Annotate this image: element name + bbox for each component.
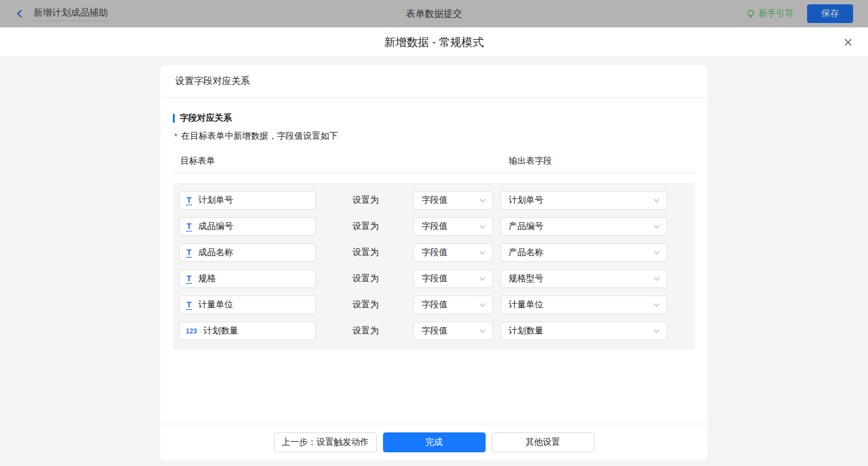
modal-header: 新增数据 - 常规模式 <box>0 27 868 57</box>
target-field-box[interactable]: T 成品名称 <box>179 243 316 262</box>
value-type-select[interactable]: 字段值 <box>413 243 493 262</box>
target-field-name: 计量单位 <box>198 299 233 310</box>
set-as-label: 设置为 <box>353 195 380 206</box>
guide-label: 新手引导 <box>759 8 793 19</box>
top-toolbar: 新增计划成品辅助 表单数据提交 新手引导 保存 <box>0 0 868 27</box>
card-header: 设置字段对应关系 <box>160 65 708 98</box>
modal-title: 新增数据 - 常规模式 <box>384 35 484 50</box>
column-header-target-form: 目标表单 <box>180 156 215 167</box>
value-type-value: 字段值 <box>422 273 448 284</box>
value-type-value: 字段值 <box>422 221 448 232</box>
page-title: 表单数据提交 <box>0 8 868 20</box>
chevron-down-icon <box>479 327 486 335</box>
target-field-box[interactable]: 123 计划数量 <box>179 322 316 340</box>
output-field-value: 计划单号 <box>509 195 543 206</box>
output-field-select[interactable]: 规格型号 <box>501 269 667 288</box>
close-icon <box>843 37 853 47</box>
chevron-down-icon <box>479 249 486 256</box>
text-field-icon: T <box>186 301 192 310</box>
chevron-down-icon <box>653 249 660 256</box>
mapping-row: T 成品名称 设置为 字段值 产品名称 <box>179 243 689 262</box>
chevron-down-icon <box>479 275 486 282</box>
target-field-box[interactable]: T 计划单号 <box>179 191 316 210</box>
target-field-name: 成品编号 <box>198 221 233 232</box>
value-type-select[interactable]: 字段值 <box>413 322 493 340</box>
target-field-box[interactable]: T 计量单位 <box>179 296 316 314</box>
output-field-select[interactable]: 产品名称 <box>501 243 667 262</box>
required-asterisk: * <box>174 131 177 141</box>
output-field-value: 计量单位 <box>509 299 543 310</box>
other-settings-button[interactable]: 其他设置 <box>492 432 594 452</box>
text-field-icon: T <box>186 248 192 258</box>
modal-body: 设置字段对应关系 字段对应关系 * 在目标表单中新增数据，字段值设置如下 目标表… <box>0 65 868 466</box>
mapping-rows-panel: T 计划单号 设置为 字段值 计划单号 T <box>173 183 695 349</box>
chevron-down-icon <box>479 301 486 309</box>
mapping-row: T 规格 设置为 字段值 规格型号 <box>179 269 689 288</box>
target-field-box[interactable]: T 规格 <box>179 269 316 288</box>
chevron-down-icon <box>653 327 660 335</box>
mapping-row: T 计量单位 设置为 字段值 计量单位 <box>179 296 689 314</box>
mapping-row: T 成品编号 设置为 字段值 产品编号 <box>179 217 689 236</box>
output-field-value: 产品名称 <box>509 247 543 258</box>
target-field-name: 成品名称 <box>198 247 233 258</box>
back-button[interactable] <box>15 9 25 19</box>
chevron-down-icon <box>653 301 660 309</box>
workflow-title[interactable]: 新增计划成品辅助 <box>34 7 108 21</box>
mapping-row: 123 计划数量 设置为 字段值 计划数量 <box>179 322 689 340</box>
chevron-down-icon <box>653 223 660 230</box>
number-field-icon: 123 <box>186 328 197 335</box>
output-field-value: 计划数量 <box>509 325 543 337</box>
text-field-icon: T <box>186 274 192 284</box>
section-title-label: 字段对应关系 <box>180 113 232 124</box>
set-as-label: 设置为 <box>353 299 380 310</box>
value-type-value: 字段值 <box>422 325 448 337</box>
previous-step-button[interactable]: 上一步：设置触发动作 <box>274 432 377 452</box>
card-content: 字段对应关系 * 在目标表单中新增数据，字段值设置如下 目标表单 输出表字段 T… <box>160 98 708 424</box>
chevron-down-icon <box>479 197 486 204</box>
set-as-label: 设置为 <box>353 221 380 232</box>
column-headers: 目标表单 输出表字段 <box>173 154 695 173</box>
chevron-down-icon <box>653 275 660 282</box>
card-header-title: 设置字段对应关系 <box>175 75 250 87</box>
section-description: * 在目标表单中新增数据，字段值设置如下 <box>173 131 695 142</box>
output-field-select[interactable]: 计划数量 <box>501 322 667 340</box>
target-field-name: 规格 <box>198 273 216 284</box>
beginner-guide-link[interactable]: 新手引导 <box>746 8 793 19</box>
output-field-select[interactable]: 产品编号 <box>501 217 667 236</box>
close-button[interactable] <box>842 36 854 49</box>
set-as-label: 设置为 <box>353 273 380 284</box>
value-type-select[interactable]: 字段值 <box>413 217 493 236</box>
lightbulb-icon <box>746 9 755 19</box>
mapping-row: T 计划单号 设置为 字段值 计划单号 <box>179 191 689 210</box>
value-type-select[interactable]: 字段值 <box>413 269 493 288</box>
column-header-output-fields: 输出表字段 <box>509 156 552 167</box>
section-title: 字段对应关系 <box>173 113 695 124</box>
chevron-left-icon <box>15 9 25 19</box>
finish-button[interactable]: 完成 <box>383 432 486 452</box>
target-field-name: 计划单号 <box>198 195 233 206</box>
set-as-label: 设置为 <box>353 247 380 258</box>
output-field-select[interactable]: 计量单位 <box>501 296 667 314</box>
text-field-icon: T <box>186 196 192 205</box>
description-text: 在目标表单中新增数据，字段值设置如下 <box>181 131 338 142</box>
value-type-value: 字段值 <box>422 247 448 258</box>
output-field-value: 产品编号 <box>509 221 543 232</box>
value-type-select[interactable]: 字段值 <box>413 296 493 314</box>
value-type-select[interactable]: 字段值 <box>413 191 493 210</box>
chevron-down-icon <box>479 223 486 230</box>
set-as-label: 设置为 <box>353 325 380 337</box>
save-button[interactable]: 保存 <box>807 4 853 23</box>
section-accent-bar <box>173 114 175 123</box>
output-field-value: 规格型号 <box>509 273 543 284</box>
card-footer: 上一步：设置触发动作 完成 其他设置 <box>160 424 708 460</box>
value-type-value: 字段值 <box>422 299 448 310</box>
value-type-value: 字段值 <box>422 195 448 206</box>
field-mapping-card: 设置字段对应关系 字段对应关系 * 在目标表单中新增数据，字段值设置如下 目标表… <box>160 65 708 460</box>
chevron-down-icon <box>653 197 660 204</box>
target-field-name: 计划数量 <box>203 325 238 337</box>
output-field-select[interactable]: 计划单号 <box>501 191 667 210</box>
target-field-box[interactable]: T 成品编号 <box>179 217 316 236</box>
text-field-icon: T <box>186 222 192 231</box>
